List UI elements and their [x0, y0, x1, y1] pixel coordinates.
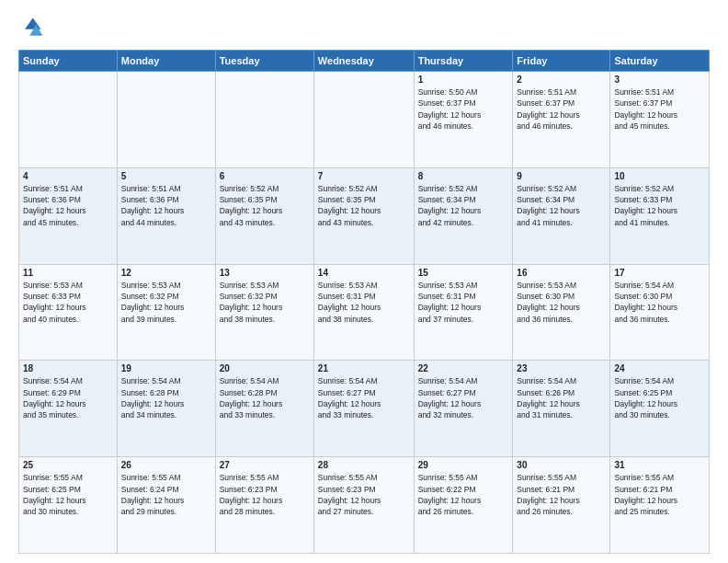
week-row-3: 11Sunrise: 5:53 AM Sunset: 6:33 PM Dayli…	[19, 264, 710, 361]
day-number: 15	[418, 268, 509, 278]
cell-content: Sunrise: 5:51 AM Sunset: 6:37 PM Dayligh…	[517, 86, 606, 132]
day-number: 26	[121, 460, 211, 470]
svg-marker-0	[25, 18, 41, 29]
day-number: 21	[318, 363, 410, 373]
day-number: 6	[220, 171, 310, 181]
cell-content: Sunrise: 5:54 AM Sunset: 6:30 PM Dayligh…	[614, 280, 705, 325]
cell-content: Sunrise: 5:55 AM Sunset: 6:25 PM Dayligh…	[23, 472, 113, 517]
day-number: 20	[220, 363, 310, 373]
cell-content: Sunrise: 5:53 AM Sunset: 6:31 PM Dayligh…	[418, 280, 509, 325]
cell-content: Sunrise: 5:53 AM Sunset: 6:32 PM Dayligh…	[220, 280, 310, 325]
day-number: 17	[614, 268, 705, 278]
day-number: 8	[418, 171, 509, 181]
calendar-cell: 28Sunrise: 5:55 AM Sunset: 6:23 PM Dayli…	[313, 457, 414, 554]
cell-content: Sunrise: 5:52 AM Sunset: 6:35 PM Dayligh…	[220, 183, 310, 228]
cell-content: Sunrise: 5:54 AM Sunset: 6:28 PM Dayligh…	[220, 375, 310, 420]
day-number: 23	[517, 363, 606, 373]
cell-content: Sunrise: 5:55 AM Sunset: 6:21 PM Dayligh…	[614, 472, 705, 517]
page: SundayMondayTuesdayWednesdayThursdayFrid…	[0, 0, 728, 563]
calendar-cell: 17Sunrise: 5:54 AM Sunset: 6:30 PM Dayli…	[610, 264, 710, 361]
calendar-cell: 22Sunrise: 5:54 AM Sunset: 6:27 PM Dayli…	[414, 361, 513, 457]
day-number: 18	[23, 363, 113, 373]
header	[18, 15, 710, 40]
cell-content: Sunrise: 5:51 AM Sunset: 6:36 PM Dayligh…	[23, 183, 113, 228]
calendar-cell: 19Sunrise: 5:54 AM Sunset: 6:28 PM Dayli…	[117, 361, 215, 457]
calendar-cell: 25Sunrise: 5:55 AM Sunset: 6:25 PM Dayli…	[19, 457, 118, 554]
cell-content: Sunrise: 5:51 AM Sunset: 6:37 PM Dayligh…	[614, 86, 705, 132]
day-number: 7	[318, 171, 410, 181]
day-number: 29	[418, 460, 509, 470]
calendar-cell: 5Sunrise: 5:51 AM Sunset: 6:36 PM Daylig…	[117, 167, 215, 264]
cell-content: Sunrise: 5:50 AM Sunset: 6:37 PM Dayligh…	[418, 86, 509, 132]
cell-content: Sunrise: 5:53 AM Sunset: 6:31 PM Dayligh…	[318, 280, 410, 325]
week-row-4: 18Sunrise: 5:54 AM Sunset: 6:29 PM Dayli…	[19, 361, 710, 457]
calendar-cell: 20Sunrise: 5:54 AM Sunset: 6:28 PM Dayli…	[215, 361, 313, 457]
day-number: 19	[121, 363, 211, 373]
calendar-cell	[19, 72, 118, 168]
day-number: 14	[318, 268, 410, 278]
day-number: 10	[614, 171, 705, 181]
calendar-cell: 26Sunrise: 5:55 AM Sunset: 6:24 PM Dayli…	[117, 457, 215, 554]
cell-content: Sunrise: 5:52 AM Sunset: 6:35 PM Dayligh…	[318, 183, 410, 228]
calendar-cell: 4Sunrise: 5:51 AM Sunset: 6:36 PM Daylig…	[19, 167, 118, 264]
day-number: 22	[418, 363, 509, 373]
day-number: 3	[614, 75, 705, 85]
day-number: 25	[23, 460, 113, 470]
calendar-cell: 14Sunrise: 5:53 AM Sunset: 6:31 PM Dayli…	[313, 264, 414, 361]
day-number: 28	[318, 460, 410, 470]
calendar-cell	[117, 72, 215, 168]
day-number: 30	[517, 460, 606, 470]
day-header-wednesday: Wednesday	[313, 51, 414, 72]
calendar-cell	[215, 72, 313, 168]
cell-content: Sunrise: 5:55 AM Sunset: 6:21 PM Dayligh…	[517, 472, 606, 517]
day-header-friday: Friday	[513, 51, 610, 72]
day-number: 12	[121, 268, 211, 278]
cell-content: Sunrise: 5:52 AM Sunset: 6:33 PM Dayligh…	[614, 183, 705, 228]
calendar-cell: 15Sunrise: 5:53 AM Sunset: 6:31 PM Dayli…	[414, 264, 513, 361]
calendar-cell: 1Sunrise: 5:50 AM Sunset: 6:37 PM Daylig…	[414, 72, 513, 168]
calendar-cell: 21Sunrise: 5:54 AM Sunset: 6:27 PM Dayli…	[313, 361, 414, 457]
calendar-cell: 2Sunrise: 5:51 AM Sunset: 6:37 PM Daylig…	[513, 72, 610, 168]
day-number: 2	[517, 75, 606, 85]
day-number: 11	[23, 268, 113, 278]
day-number: 4	[23, 171, 113, 181]
cell-content: Sunrise: 5:54 AM Sunset: 6:25 PM Dayligh…	[614, 375, 705, 420]
cell-content: Sunrise: 5:54 AM Sunset: 6:29 PM Dayligh…	[23, 375, 113, 420]
logo	[18, 15, 48, 40]
calendar-cell: 24Sunrise: 5:54 AM Sunset: 6:25 PM Dayli…	[610, 361, 710, 457]
day-number: 27	[220, 460, 310, 470]
day-number: 5	[121, 171, 211, 181]
calendar-cell: 8Sunrise: 5:52 AM Sunset: 6:34 PM Daylig…	[414, 167, 513, 264]
day-number: 16	[517, 268, 606, 278]
calendar-cell: 30Sunrise: 5:55 AM Sunset: 6:21 PM Dayli…	[513, 457, 610, 554]
cell-content: Sunrise: 5:52 AM Sunset: 6:34 PM Dayligh…	[418, 183, 509, 228]
day-number: 31	[614, 460, 705, 470]
calendar-cell: 11Sunrise: 5:53 AM Sunset: 6:33 PM Dayli…	[19, 264, 118, 361]
calendar-cell: 9Sunrise: 5:52 AM Sunset: 6:34 PM Daylig…	[513, 167, 610, 264]
cell-content: Sunrise: 5:55 AM Sunset: 6:23 PM Dayligh…	[220, 472, 310, 517]
day-number: 24	[614, 363, 705, 373]
calendar-cell: 16Sunrise: 5:53 AM Sunset: 6:30 PM Dayli…	[513, 264, 610, 361]
calendar-cell: 12Sunrise: 5:53 AM Sunset: 6:32 PM Dayli…	[117, 264, 215, 361]
cell-content: Sunrise: 5:54 AM Sunset: 6:28 PM Dayligh…	[121, 375, 211, 420]
day-number: 1	[418, 75, 509, 85]
logo-icon	[18, 15, 44, 40]
calendar-cell: 13Sunrise: 5:53 AM Sunset: 6:32 PM Dayli…	[215, 264, 313, 361]
cell-content: Sunrise: 5:55 AM Sunset: 6:22 PM Dayligh…	[418, 472, 509, 517]
header-row: SundayMondayTuesdayWednesdayThursdayFrid…	[19, 51, 710, 72]
calendar-cell	[313, 72, 414, 168]
day-header-tuesday: Tuesday	[215, 51, 313, 72]
calendar-cell: 29Sunrise: 5:55 AM Sunset: 6:22 PM Dayli…	[414, 457, 513, 554]
day-header-monday: Monday	[117, 51, 215, 72]
week-row-2: 4Sunrise: 5:51 AM Sunset: 6:36 PM Daylig…	[19, 167, 710, 264]
cell-content: Sunrise: 5:55 AM Sunset: 6:23 PM Dayligh…	[318, 472, 410, 517]
calendar-cell: 7Sunrise: 5:52 AM Sunset: 6:35 PM Daylig…	[313, 167, 414, 264]
day-number: 13	[220, 268, 310, 278]
cell-content: Sunrise: 5:53 AM Sunset: 6:30 PM Dayligh…	[517, 280, 606, 325]
day-header-saturday: Saturday	[610, 51, 710, 72]
cell-content: Sunrise: 5:54 AM Sunset: 6:27 PM Dayligh…	[318, 375, 410, 420]
cell-content: Sunrise: 5:52 AM Sunset: 6:34 PM Dayligh…	[517, 183, 606, 228]
cell-content: Sunrise: 5:53 AM Sunset: 6:32 PM Dayligh…	[121, 280, 211, 325]
day-number: 9	[517, 171, 606, 181]
day-header-sunday: Sunday	[19, 51, 118, 72]
